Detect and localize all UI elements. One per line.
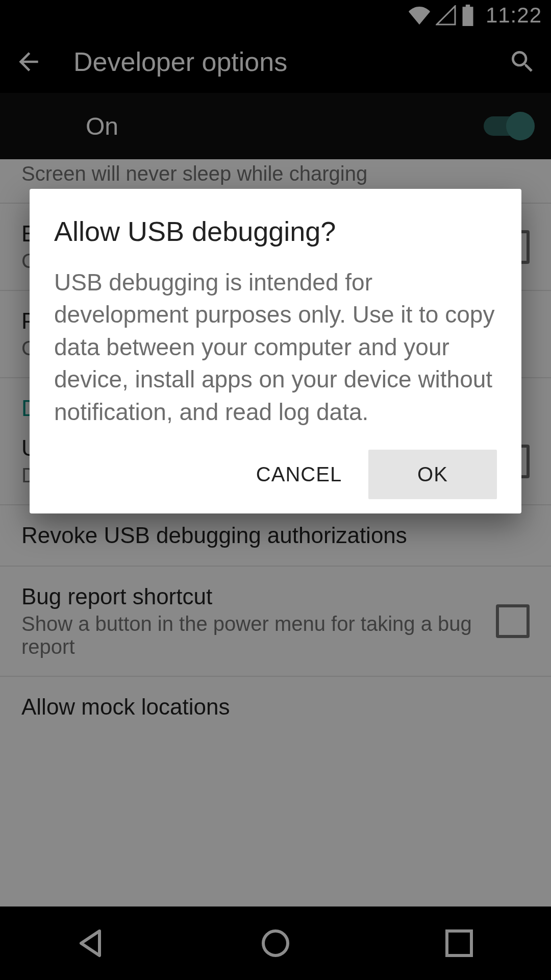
dialog-body: USB debugging is intended for developmen…: [54, 266, 497, 428]
dialog-actions: CANCEL OK: [54, 450, 497, 499]
usb-debugging-dialog: Allow USB debugging? USB debugging is in…: [30, 189, 521, 513]
dialog-title: Allow USB debugging?: [54, 215, 497, 247]
ok-button[interactable]: OK: [368, 450, 497, 499]
cancel-button[interactable]: CANCEL: [235, 450, 363, 499]
